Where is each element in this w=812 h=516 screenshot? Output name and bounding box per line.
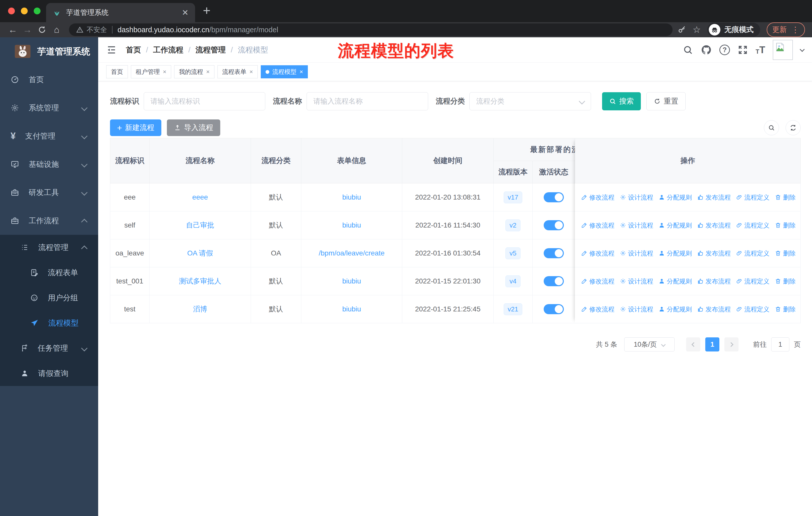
chevron-down-icon[interactable]: [801, 48, 804, 52]
sidebar-item-请假查询[interactable]: 请假查询: [0, 361, 98, 386]
cell-form[interactable]: biubiu: [301, 267, 402, 295]
font-size-icon[interactable]: TT: [756, 45, 765, 55]
delete-process-link[interactable]: 删除: [775, 221, 795, 229]
import-process-button[interactable]: 导入流程: [167, 119, 220, 136]
delete-process-link[interactable]: 删除: [775, 193, 795, 201]
forward-icon[interactable]: →: [20, 25, 35, 34]
cell-form[interactable]: biubiu: [301, 295, 402, 323]
create-process-button[interactable]: + 新建流程: [110, 119, 161, 136]
design-process-link[interactable]: 设计流程: [620, 305, 653, 314]
cell-version[interactable]: v5: [494, 239, 532, 267]
edit-process-link[interactable]: 修改流程: [581, 221, 614, 229]
page-1-button[interactable]: 1: [705, 337, 719, 351]
active-toggle[interactable]: [544, 276, 564, 286]
sidebar-item-首页[interactable]: 首页: [0, 65, 98, 94]
cell-active[interactable]: [532, 184, 575, 211]
reset-button[interactable]: 重置: [646, 92, 686, 110]
definition-process-link[interactable]: 流程定义: [736, 277, 770, 286]
show-search-button[interactable]: [764, 120, 779, 135]
assign-process-link[interactable]: 分配规则: [659, 305, 692, 314]
close-window-button[interactable]: [8, 7, 15, 15]
sidebar-fold-icon[interactable]: [106, 45, 117, 55]
update-label[interactable]: 更新: [772, 25, 787, 35]
tag-租户管理[interactable]: 租户管理×: [131, 65, 171, 78]
bookmark-star-icon[interactable]: ☆: [693, 24, 701, 35]
cell-name[interactable]: OA 请假: [149, 239, 251, 267]
breadcrumb-workflow[interactable]: 工作流程: [153, 45, 183, 55]
publish-process-link[interactable]: 发布流程: [697, 277, 731, 286]
edit-process-link[interactable]: 修改流程: [581, 305, 614, 314]
cell-name[interactable]: 滔博: [149, 295, 251, 323]
close-icon[interactable]: ×: [299, 69, 303, 75]
cell-active[interactable]: [532, 211, 575, 239]
sidebar-item-工作流程[interactable]: 工作流程: [0, 207, 98, 235]
active-toggle[interactable]: [544, 304, 564, 314]
address-bar[interactable]: 不安全 dashboard.yudao.iocoder.cn /bpm/mana…: [69, 23, 672, 36]
fullscreen-icon[interactable]: [737, 45, 748, 55]
cell-active[interactable]: [532, 295, 575, 323]
close-icon[interactable]: ×: [163, 69, 166, 75]
tag-流程表单[interactable]: 流程表单×: [218, 65, 258, 78]
design-process-link[interactable]: 设计流程: [620, 221, 653, 229]
delete-process-link[interactable]: 删除: [775, 277, 795, 286]
goto-page-input[interactable]: 1: [771, 337, 789, 351]
home-icon[interactable]: ⌂: [49, 25, 64, 34]
close-icon[interactable]: ×: [250, 69, 253, 75]
security-label[interactable]: 不安全: [87, 25, 107, 34]
cell-active[interactable]: [532, 239, 575, 267]
cell-form[interactable]: biubiu: [301, 184, 402, 211]
sidebar-logo[interactable]: 芋道管理系统: [0, 37, 98, 65]
publish-process-link[interactable]: 发布流程: [697, 305, 731, 314]
sidebar-item-流程模型[interactable]: 流程模型: [0, 310, 98, 335]
browser-menu-icon[interactable]: ⋮: [791, 26, 800, 34]
assign-process-link[interactable]: 分配规则: [659, 193, 692, 201]
prev-page-button[interactable]: [686, 337, 700, 351]
browser-tab[interactable]: 芋道管理系统 ✕: [46, 3, 195, 22]
refresh-table-button[interactable]: [786, 120, 801, 135]
assign-process-link[interactable]: 分配规则: [659, 221, 692, 229]
tab-close-icon[interactable]: ✕: [182, 8, 188, 17]
cell-name[interactable]: 测试多审批人: [149, 267, 251, 295]
cell-form[interactable]: biubiu: [301, 211, 402, 239]
cell-version[interactable]: v4: [494, 267, 532, 295]
window-controls[interactable]: [8, 7, 40, 15]
cell-name[interactable]: eeee: [149, 184, 251, 211]
cell-active[interactable]: [532, 267, 575, 295]
sidebar-item-流程管理[interactable]: 流程管理: [0, 235, 98, 260]
process-name-input[interactable]: 请输入流程名称: [307, 92, 428, 110]
edit-process-link[interactable]: 修改流程: [581, 193, 614, 201]
cell-form[interactable]: /bpm/oa/leave/create: [301, 239, 402, 267]
edit-process-link[interactable]: 修改流程: [581, 277, 614, 286]
maximize-window-button[interactable]: [34, 7, 40, 15]
delete-process-link[interactable]: 删除: [775, 249, 795, 257]
sidebar-item-支付管理[interactable]: ¥支付管理: [0, 122, 98, 150]
definition-process-link[interactable]: 流程定义: [736, 249, 770, 257]
page-size-select[interactable]: 10条/页: [624, 337, 674, 351]
reload-icon[interactable]: [35, 25, 49, 34]
design-process-link[interactable]: 设计流程: [620, 249, 653, 257]
sidebar-item-研发工具[interactable]: 研发工具: [0, 179, 98, 207]
publish-process-link[interactable]: 发布流程: [697, 193, 731, 201]
assign-process-link[interactable]: 分配规则: [659, 249, 692, 257]
publish-process-link[interactable]: 发布流程: [697, 221, 731, 229]
active-toggle[interactable]: [544, 248, 564, 258]
sidebar-item-任务管理[interactable]: 任务管理: [0, 335, 98, 361]
assign-process-link[interactable]: 分配规则: [659, 277, 692, 286]
minimize-window-button[interactable]: [21, 7, 28, 15]
cell-version[interactable]: v2: [494, 211, 532, 239]
back-icon[interactable]: ←: [5, 25, 20, 34]
process-category-select[interactable]: 流程分类: [469, 92, 591, 110]
help-icon[interactable]: ?: [719, 45, 730, 55]
active-toggle[interactable]: [544, 192, 564, 202]
definition-process-link[interactable]: 流程定义: [736, 193, 770, 201]
sidebar-item-基础设施[interactable]: 基础设施: [0, 150, 98, 179]
update-button[interactable]: 更新 ⋮: [767, 22, 805, 37]
next-page-button[interactable]: [724, 337, 738, 351]
tag-首页[interactable]: 首页: [106, 65, 128, 78]
edit-process-link[interactable]: 修改流程: [581, 249, 614, 257]
definition-process-link[interactable]: 流程定义: [736, 221, 770, 229]
cell-name[interactable]: 自己审批: [149, 211, 251, 239]
process-key-input[interactable]: 请输入流程标识: [144, 92, 265, 110]
search-icon[interactable]: [683, 45, 693, 55]
publish-process-link[interactable]: 发布流程: [697, 249, 731, 257]
